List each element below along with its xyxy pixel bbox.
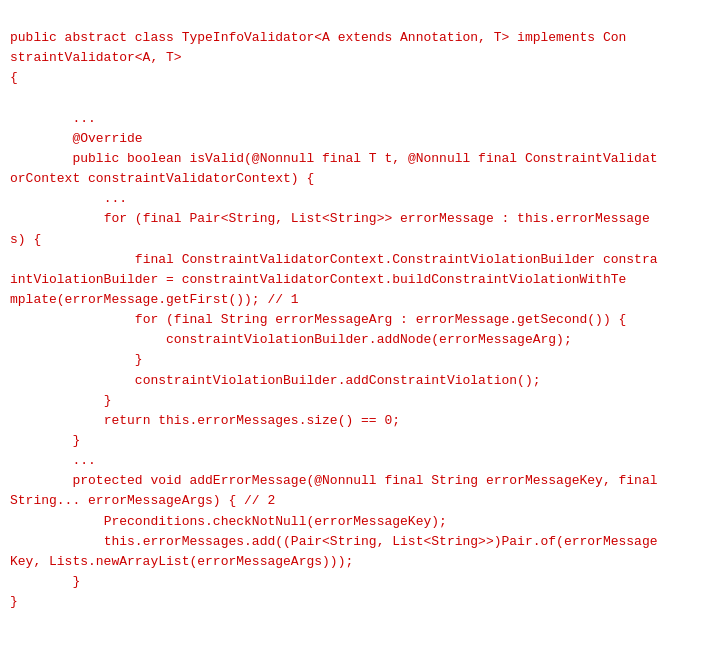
code-line: return this.errorMessages.size() == 0; [10, 411, 708, 431]
code-line: } [10, 391, 708, 411]
code-line: intViolationBuilder = constraintValidato… [10, 270, 708, 290]
code-line: @Override [10, 129, 708, 149]
code-line: constraintViolationBuilder.addConstraint… [10, 371, 708, 391]
code-line: this.errorMessages.add((Pair<String, Lis… [10, 532, 708, 552]
code-line: public boolean isValid(@Nonnull final T … [10, 149, 708, 169]
code-line: constraintViolationBuilder.addNode(error… [10, 330, 708, 350]
code-line: protected void addErrorMessage(@Nonnull … [10, 471, 708, 491]
code-line: String... errorMessageArgs) { // 2 [10, 491, 708, 511]
code-line: mplate(errorMessage.getFirst()); // 1 [10, 290, 708, 310]
code-line: final ConstraintValidatorContext.Constra… [10, 250, 708, 270]
code-line [10, 89, 708, 109]
code-line: ... [10, 451, 708, 471]
code-line: for (final Pair<String, List<String>> er… [10, 209, 708, 229]
code-line: ... [10, 189, 708, 209]
code-line: orContext constraintValidatorContext) { [10, 169, 708, 189]
code-line: } [10, 350, 708, 370]
code-line: straintValidator<A, T> [10, 48, 708, 68]
code-line: for (final String errorMessageArg : erro… [10, 310, 708, 330]
code-line: Preconditions.checkNotNull(errorMessageK… [10, 512, 708, 532]
code-line: Key, Lists.newArrayList(errorMessageArgs… [10, 552, 708, 572]
code-line: public abstract class TypeInfoValidator<… [10, 28, 708, 48]
code-line: { [10, 68, 708, 88]
code-line: ... [10, 109, 708, 129]
code-line: } [10, 431, 708, 451]
code-line: s) { [10, 230, 708, 250]
code-line: } [10, 572, 708, 592]
code-block: public abstract class TypeInfoValidator<… [0, 0, 718, 620]
code-line: } [10, 592, 708, 612]
